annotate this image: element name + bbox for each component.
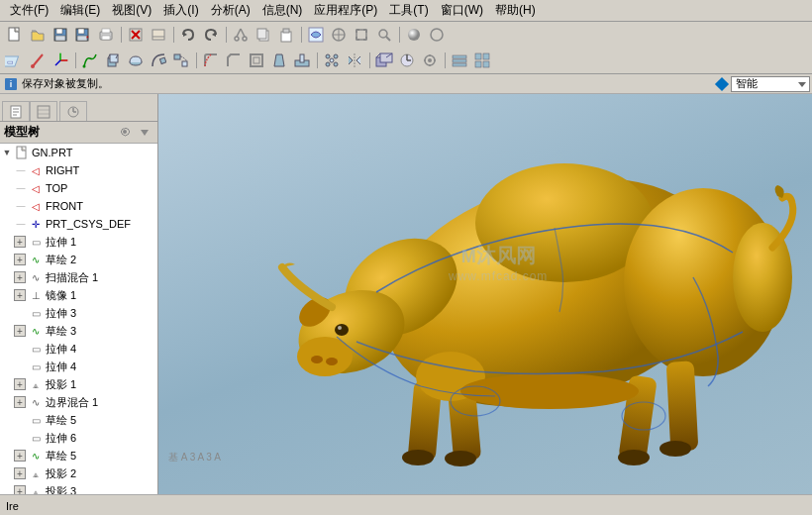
tree-item-top[interactable]: — ◁ TOP: [0, 179, 157, 197]
svg-rect-86: [453, 63, 466, 66]
datum-axis-button[interactable]: [27, 50, 49, 71]
menu-edit[interactable]: 编辑(E): [54, 0, 106, 21]
tree-item-right[interactable]: — ◁ RIGHT: [0, 161, 157, 179]
copy-button[interactable]: [253, 24, 274, 46]
sweep-button[interactable]: [148, 50, 169, 71]
erase-button[interactable]: [148, 24, 169, 46]
menu-insert[interactable]: 插入(I): [157, 0, 204, 21]
new-button[interactable]: [4, 24, 26, 46]
saved-orient-button[interactable]: [396, 50, 418, 71]
tree-item-front[interactable]: — ◁ FRONT: [0, 197, 157, 215]
tree-item-extrude5[interactable]: ▭ 草绘 5: [0, 411, 157, 429]
cut-button[interactable]: [230, 24, 252, 46]
datum-plane-button[interactable]: ▭: [4, 50, 26, 71]
svg-point-114: [311, 356, 323, 363]
tree-item-gn-prt[interactable]: ▼ GN.PRT: [0, 144, 157, 161]
view-grid-button[interactable]: [471, 50, 493, 71]
dropdown-arrow-icon[interactable]: [796, 78, 808, 90]
menu-help[interactable]: 帮助(H): [489, 0, 542, 21]
paste-button[interactable]: [275, 24, 297, 46]
plus-button[interactable]: +: [14, 254, 26, 265]
svg-point-42: [431, 29, 443, 41]
tree-item-extrude6[interactable]: ▭ 拉伸 6: [0, 429, 157, 447]
tree-item-extrude3[interactable]: ▭ 拉伸 3: [0, 304, 157, 322]
sidebar-options-button[interactable]: [136, 124, 153, 142]
extrude-icon: ▭: [28, 234, 44, 250]
tree-item-proj3[interactable]: + ⟁ 投影 3: [0, 482, 157, 494]
tree-item-sketch5b[interactable]: + ∿ 草绘 5: [0, 447, 157, 464]
svg-marker-51: [59, 52, 61, 54]
plus-button[interactable]: +: [14, 450, 26, 462]
redo-button[interactable]: [200, 24, 222, 46]
svg-rect-9: [102, 36, 110, 40]
menu-view[interactable]: 视图(V): [106, 0, 157, 21]
shell-button[interactable]: [246, 50, 267, 71]
menu-info[interactable]: 信息(N): [256, 0, 309, 21]
svg-point-52: [83, 65, 86, 68]
save-button[interactable]: [50, 24, 71, 46]
plus-button[interactable]: +: [14, 467, 26, 479]
plane-icon: ◁: [28, 162, 44, 178]
tree-item-extrude4[interactable]: ▭ 拉伸 4: [0, 340, 157, 358]
tree-item-label: 草绘 5: [46, 413, 76, 428]
plus-button[interactable]: +: [14, 236, 26, 248]
saveas-button[interactable]: *: [72, 24, 94, 46]
chamfer-button[interactable]: [223, 50, 245, 71]
tree-item-label: 草绘 2: [46, 253, 76, 267]
sidebar-nav-tab3[interactable]: [59, 101, 87, 121]
status-message: 保存对象被复制。: [22, 76, 109, 91]
tree-item-sketch3[interactable]: + ∿ 草绘 3: [0, 322, 157, 340]
wireframe-button[interactable]: [426, 24, 448, 46]
extrude-button[interactable]: [102, 50, 124, 71]
shaded-button[interactable]: [403, 24, 425, 46]
orient-button[interactable]: [328, 24, 350, 46]
tree-item-sketch2[interactable]: + ∿ 草绘 2: [0, 251, 157, 268]
std-orient-button[interactable]: [373, 50, 395, 71]
tree-item-extrude4b[interactable]: ▭ 拉伸 4: [0, 358, 157, 375]
menu-analysis[interactable]: 分析(A): [205, 0, 256, 21]
zoom-fit-button[interactable]: [351, 24, 372, 46]
revolve-button[interactable]: [125, 50, 147, 71]
menu-tools[interactable]: 工具(T): [383, 0, 434, 21]
menu-apps[interactable]: 应用程序(P): [308, 0, 383, 21]
tree-item-csys[interactable]: — ✛ PRT_CSYS_DEF: [0, 215, 157, 233]
plus-button[interactable]: +: [14, 378, 26, 390]
plus-button[interactable]: +: [14, 271, 26, 283]
open-button[interactable]: [27, 24, 49, 46]
repaint-button[interactable]: [305, 24, 327, 46]
svg-rect-3: [55, 36, 65, 41]
statusbar-bottom: Ire: [0, 494, 812, 515]
tree-item-extrude1[interactable]: + ▭ 拉伸 1: [0, 233, 157, 251]
mirror-button[interactable]: [344, 50, 365, 71]
plus-button[interactable]: +: [14, 485, 26, 494]
rib-button[interactable]: [291, 50, 313, 71]
viewport[interactable]: M沐风网 www.mfcad.com 基 A 3 A 3 A: [158, 94, 812, 494]
print-button[interactable]: [95, 24, 117, 46]
expand-icon[interactable]: ▼: [0, 146, 14, 159]
draft-button[interactable]: [268, 50, 290, 71]
sidebar-settings-button[interactable]: [116, 124, 134, 142]
sketch-button[interactable]: [79, 50, 101, 71]
search-button[interactable]: [373, 24, 395, 46]
plus-button[interactable]: +: [14, 289, 26, 301]
undo-button[interactable]: [177, 24, 199, 46]
coord-sys-button[interactable]: [50, 50, 71, 71]
plus-button[interactable]: +: [14, 396, 26, 408]
spin-center-button[interactable]: [419, 50, 441, 71]
round-button[interactable]: [200, 50, 222, 71]
tree-item-proj1[interactable]: + ⟁ 投影 1: [0, 375, 157, 393]
sidebar-nav-tab1[interactable]: [2, 101, 30, 121]
menu-file[interactable]: 文件(F): [4, 0, 54, 21]
close-button[interactable]: [125, 24, 147, 46]
menu-window[interactable]: 窗口(W): [435, 0, 489, 21]
tree-item-boundblend1[interactable]: + ∿ 边界混合 1: [0, 393, 157, 411]
tree-item-mirror1[interactable]: + ⊥ 镜像 1: [0, 286, 157, 304]
pattern-button[interactable]: [321, 50, 343, 71]
tree-item-blend1[interactable]: + ∿ 扫描混合 1: [0, 268, 157, 286]
plus-button[interactable]: +: [14, 325, 26, 337]
view-list-button[interactable]: [449, 50, 470, 71]
tree-item-proj2[interactable]: + ⟁ 投影 2: [0, 464, 157, 482]
blend-button[interactable]: [170, 50, 192, 71]
sidebar-nav-tab2[interactable]: [30, 101, 57, 121]
svg-point-104: [123, 130, 127, 134]
